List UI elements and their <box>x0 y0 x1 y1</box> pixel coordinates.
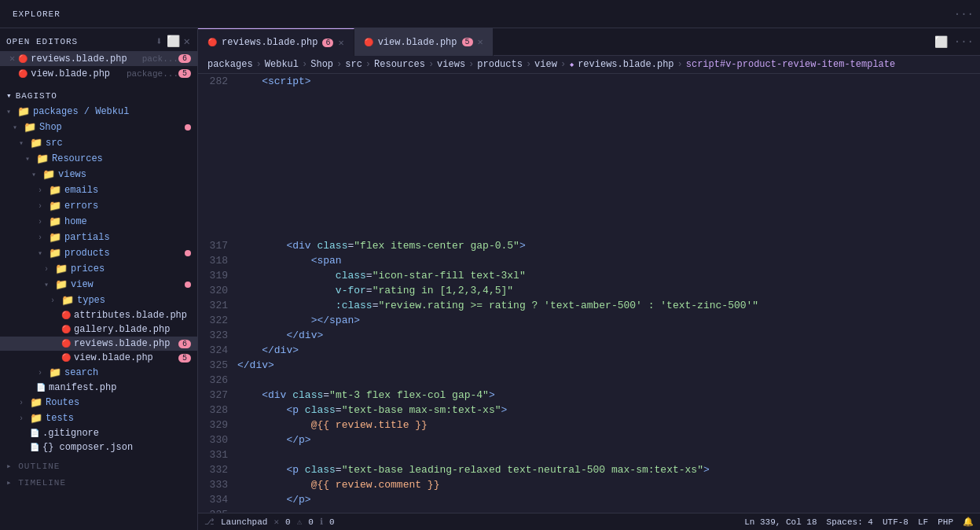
tree-resources[interactable]: ▾ 📁 Resources <box>0 151 197 167</box>
chevron-outline: ▸ <box>6 462 18 471</box>
bagisto-header[interactable]: ▾ BAGISTO <box>0 87 197 104</box>
breadcrumb-resources[interactable]: Resources <box>374 59 425 70</box>
timeline-section[interactable]: ▸ TIMELINE <box>0 474 197 491</box>
open-editor-file-2[interactable]: ✕ 🔴 view.blade.php package... 5 <box>0 66 197 81</box>
close-all-icon[interactable]: ✕ <box>184 35 191 48</box>
code-editor[interactable]: 282 317 318 319 320 321 322 323 324 32 <box>198 74 980 513</box>
breadcrumb-sep-5: › <box>428 59 434 70</box>
errors-count[interactable]: 0 <box>285 517 291 527</box>
more-actions-btn[interactable]: ··· <box>954 35 974 48</box>
errors-icon: ✕ <box>273 517 279 527</box>
gitignore-label: .gitignore <box>42 428 197 439</box>
open-editor-file-1[interactable]: ✕ 🔴 reviews.blade.php pack... 6 <box>0 51 197 66</box>
tree-tests[interactable]: › 📁 tests <box>0 410 197 426</box>
tab-view-close[interactable]: ✕ <box>478 36 483 48</box>
tab-reviews-close[interactable]: ✕ <box>338 37 343 49</box>
tree-shop[interactable]: ▾ 📁 Shop <box>0 120 197 135</box>
breadcrumb-webkul[interactable]: Webkul <box>265 59 299 70</box>
code-line-334: </p> <box>237 492 967 507</box>
save-all-icon[interactable]: ⬇ <box>156 35 163 48</box>
blade-file-icon-gallery: 🔴 <box>61 325 71 334</box>
tree-emails[interactable]: › 📁 emails <box>0 182 197 198</box>
tab-reviews[interactable]: 🔴 reviews.blade.php 6 ✕ <box>198 28 354 56</box>
breadcrumb-sep-8: › <box>560 59 566 70</box>
tree-composer[interactable]: › 📄 {} composer.json <box>0 440 197 455</box>
tree-view[interactable]: ▾ 📁 view <box>0 277 197 293</box>
close-icon[interactable]: ✕ <box>9 53 15 64</box>
tree-manifest[interactable]: › 📄 manifest.php <box>0 381 197 395</box>
src-label: src <box>46 138 63 149</box>
tab-view[interactable]: 🔴 view.blade.php 5 ✕ <box>354 28 494 56</box>
reviews-blade-label: reviews.blade.php <box>74 338 178 349</box>
tree-view-blade[interactable]: › 🔴 view.blade.php 5 <box>0 351 197 365</box>
warnings-icon: ⚠ <box>297 517 303 527</box>
tests-label: tests <box>46 413 74 424</box>
open-editors-header[interactable]: OPEN EDITORS ⬇ ⬜ ✕ <box>0 31 197 51</box>
split-editor-btn[interactable]: ⬜ <box>934 35 948 49</box>
git-branch-label[interactable]: Launchpad <box>221 517 267 527</box>
file-label-2: view.blade.php <box>31 68 123 79</box>
tab-view-name: view.blade.php <box>378 37 457 48</box>
tree-gallery-blade[interactable]: › 🔴 gallery.blade.php <box>0 322 197 337</box>
info-icon: ℹ <box>320 517 323 527</box>
spaces-label[interactable]: Spaces: 4 <box>827 517 873 527</box>
breadcrumb-sep-9: › <box>677 59 683 70</box>
tree-attributes-blade[interactable]: › 🔴 attributes.blade.php <box>0 308 197 322</box>
code-line-332: <p class="text-base leading-relaxed text… <box>237 462 967 477</box>
tree-search[interactable]: › 📁 search <box>0 365 197 381</box>
tree-views[interactable]: ▾ 📁 views <box>0 167 197 182</box>
breadcrumb-view[interactable]: view <box>534 59 557 70</box>
breadcrumb-shop[interactable]: Shop <box>310 59 333 70</box>
folder-label: packages / Webkul <box>33 106 129 117</box>
notification-bell-icon[interactable]: 🔔 <box>963 517 974 527</box>
open-editors-label: OPEN EDITORS <box>6 37 156 46</box>
warnings-count[interactable]: 0 <box>308 517 314 527</box>
line-ending-label[interactable]: LF <box>918 517 928 527</box>
tree-src[interactable]: ▾ 📁 src <box>0 135 197 151</box>
tree-packages-webkul[interactable]: ▾ 📁 packages / Webkul <box>0 104 197 120</box>
tree-home[interactable]: › 📁 home <box>0 214 197 230</box>
code-line-331 <box>237 447 967 462</box>
search-label: search <box>64 367 98 378</box>
outline-section[interactable]: ▸ OUTLINE <box>0 458 197 474</box>
close-icon-2[interactable]: ✕ <box>9 68 15 79</box>
breadcrumb-views[interactable]: views <box>437 59 465 70</box>
breadcrumb-symbol[interactable]: script#v-product-review-item-template <box>686 59 895 70</box>
blade-tab-icon-view: 🔴 <box>364 38 373 47</box>
tree-prices[interactable]: › 📁 prices <box>0 261 197 277</box>
encoding-label[interactable]: UTF-8 <box>883 517 908 527</box>
more-icon[interactable]: ··· <box>954 8 974 20</box>
title-bar-icons: ··· <box>954 8 974 20</box>
code-line-323: </div> <box>237 328 967 343</box>
split-editor-icon[interactable]: ⬜ <box>167 35 181 48</box>
info-count[interactable]: 0 <box>329 517 335 527</box>
code-content[interactable]: <script> <div class="flex items-center g… <box>237 74 980 513</box>
folder-icon-resources: 📁 <box>36 153 49 165</box>
tree-errors[interactable]: › 📁 errors <box>0 198 197 214</box>
tree-routes[interactable]: › 📁 Routes <box>0 395 197 410</box>
position-label[interactable]: Ln 339, Col 18 <box>744 517 817 527</box>
tree-types[interactable]: › 📁 types <box>0 293 197 308</box>
folder-icon-views: 📁 <box>42 168 55 181</box>
folder-icon-partials: 📁 <box>49 231 61 244</box>
breadcrumb-packages[interactable]: packages <box>207 59 253 70</box>
language-label[interactable]: PHP <box>938 517 953 527</box>
num-badge: 6 <box>178 54 191 63</box>
tree-products[interactable]: ▾ 📁 products <box>0 245 197 261</box>
breadcrumb: packages › Webkul › Shop › src › Resourc… <box>198 56 980 74</box>
breadcrumb-products[interactable]: products <box>477 59 523 70</box>
breadcrumb-src[interactable]: src <box>345 59 362 70</box>
php-file-icon: 📄 <box>36 383 46 392</box>
tree-gitignore[interactable]: › 📄 .gitignore <box>0 426 197 440</box>
chevron-timeline: ▸ <box>6 478 18 488</box>
bagisto-label: BAGISTO <box>16 91 191 101</box>
tree-reviews-blade[interactable]: › 🔴 reviews.blade.php 6 <box>0 337 197 351</box>
breadcrumb-file[interactable]: reviews.blade.php <box>578 59 674 70</box>
breadcrumb-sep-1: › <box>256 59 262 70</box>
composer-label: {} composer.json <box>42 442 197 453</box>
tab-bar: 🔴 reviews.blade.php 6 ✕ 🔴 view.blade.php… <box>198 28 980 56</box>
code-line-317: <div class="flex items-center gap-0.5"> <box>237 238 967 253</box>
tree-partials[interactable]: › 📁 partials <box>0 230 197 245</box>
code-line-282: <script> <box>237 74 967 89</box>
sidebar: OPEN EDITORS ⬇ ⬜ ✕ ✕ 🔴 reviews.blade.php… <box>0 28 198 530</box>
